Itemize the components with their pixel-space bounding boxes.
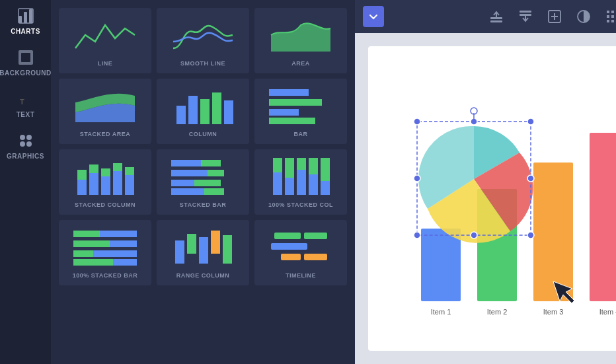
svg-rect-49 [73,231,100,237]
chart-item-column[interactable]: COLUMN [157,79,249,144]
chart-thumb-stacked-bar [170,155,236,198]
svg-rect-18 [269,109,299,116]
svg-rect-41 [285,158,294,178]
svg-rect-58 [199,237,208,264]
pattern-button[interactable] [603,7,616,26]
layer-down-button[interactable] [516,7,535,26]
svg-rect-31 [201,160,221,166]
svg-text:Item 3: Item 3 [543,308,564,316]
chart-thumb-100-stacked-bar [72,225,138,268]
contrast-icon [576,9,592,24]
chart-label-stacked-area: STACKED AREA [80,131,131,137]
svg-rect-15 [224,100,233,124]
charts-icon [17,7,35,25]
svg-rect-21 [77,170,87,180]
add-button[interactable] [545,7,564,26]
chart-thumb-stacked-column [72,155,138,198]
svg-rect-13 [200,99,210,124]
chart-item-100-stacked-bar[interactable]: 100% STACKED BAR [59,220,151,285]
svg-rect-65 [304,254,327,260]
svg-rect-82 [607,20,609,22]
chevron-down-icon [369,12,378,21]
chart-thumb-smooth-line [170,13,236,56]
text-icon: T [17,90,35,108]
svg-text:Item 1: Item 1 [431,308,451,316]
svg-rect-56 [175,240,184,264]
toolbar-left [363,6,384,27]
svg-rect-11 [176,106,186,124]
chart-item-timeline[interactable]: TIMELINE [254,220,347,285]
chart-item-range-column[interactable]: RANGE COLUMN [157,220,249,285]
chart-label-100-stacked-bar: 100% STACKED BAR [73,272,137,279]
svg-point-100 [527,232,534,238]
svg-rect-62 [304,233,327,239]
sidebar-item-text[interactable]: T TEXT [0,83,51,125]
chart-thumb-line [72,13,138,56]
svg-point-102 [471,232,477,238]
svg-rect-19 [269,118,315,124]
chart-thumb-area [268,13,334,56]
contrast-button[interactable] [574,7,593,26]
svg-rect-24 [101,176,110,195]
sidebar-item-charts[interactable]: CHARTS [0,0,51,42]
svg-rect-51 [73,240,110,247]
svg-rect-70 [520,14,531,16]
chevron-button[interactable] [363,6,384,27]
chart-label-range-column: RANGE COLUMN [176,272,230,279]
add-icon [547,9,562,24]
main-area: Item 1 Item 2 Item 3 Item 4 [355,0,616,364]
svg-point-10 [26,141,32,147]
chart-item-line[interactable]: LINE [59,8,151,73]
svg-rect-57 [187,234,196,254]
layer-up-button[interactable] [487,7,506,26]
svg-rect-61 [274,233,301,239]
svg-rect-66 [490,17,502,19]
chart-item-bar[interactable]: BAR [254,79,347,144]
chart-thumb-100-stacked-col [268,155,334,198]
sidebar-item-graphics[interactable]: GRAPHICS [0,125,51,166]
charts-grid: LINE SMOOTH LINE AREA [51,0,355,293]
chart-label-bar: BAR [294,131,308,137]
chart-label-smooth-line: SMOOTH LINE [180,60,225,67]
svg-rect-76 [607,11,609,13]
chart-item-stacked-area[interactable]: STACKED AREA [59,79,151,144]
chart-item-stacked-bar[interactable]: STACKED BAR [157,149,249,215]
svg-rect-2 [29,9,32,23]
chart-item-area[interactable]: AREA [254,8,347,73]
svg-rect-5 [21,53,30,62]
svg-point-8 [26,135,32,140]
svg-rect-28 [125,175,134,195]
chart-label-area: AREA [291,60,310,67]
svg-rect-53 [73,250,93,257]
layer-down-icon [518,9,533,24]
svg-rect-59 [211,231,220,254]
svg-rect-47 [321,158,330,181]
svg-rect-20 [77,180,87,195]
chart-label-column: COLUMN [189,131,217,137]
toolbar [355,0,616,33]
svg-rect-33 [208,170,224,176]
sidebar-label-text: TEXT [17,111,35,118]
svg-rect-25 [101,168,110,176]
svg-rect-16 [269,89,309,96]
pattern-icon [605,9,616,24]
svg-point-7 [20,135,25,140]
graphics-icon [17,131,35,150]
chart-thumb-range-column [170,225,236,268]
chart-item-stacked-column[interactable]: STACKED COLUMN [59,149,151,215]
layer-up-icon [488,9,504,24]
svg-rect-60 [223,235,232,264]
svg-text:Item 4: Item 4 [599,308,616,316]
chart-label-timeline: TIMELINE [286,272,316,279]
sidebar-item-background[interactable]: BACKGROUND [0,42,51,83]
chart-label-line: LINE [98,60,113,67]
chart-item-100-stacked-col[interactable]: 100% STACKED COL [254,149,347,215]
svg-point-98 [527,118,534,125]
chart-item-smooth-line[interactable]: SMOOTH LINE [157,8,249,73]
sidebar-label-background: BACKGROUND [0,69,52,77]
canvas-white: Item 1 Item 2 Item 3 Item 4 [368,46,616,351]
svg-point-103 [414,175,420,182]
svg-rect-27 [113,163,122,171]
svg-rect-83 [611,20,614,22]
chart-thumb-column [170,84,236,127]
